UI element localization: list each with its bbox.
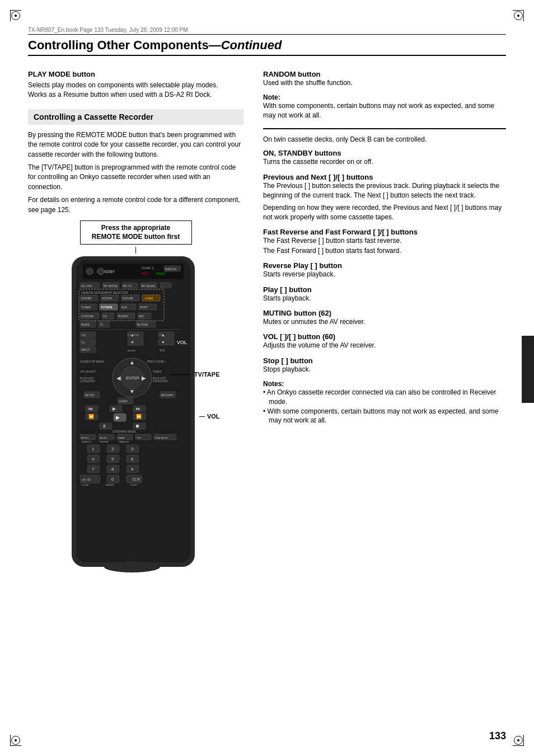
random-title: RANDOM button bbox=[263, 70, 506, 78]
target-circle-tl bbox=[11, 11, 20, 20]
cassette-title: Controlling a Cassette Recorder bbox=[34, 112, 238, 121]
svg-text:2: 2 bbox=[111, 447, 114, 452]
header-rule bbox=[28, 34, 506, 35]
svg-text:▼: ▼ bbox=[129, 388, 135, 395]
stop-body: Stops playback. bbox=[263, 365, 506, 374]
cassette-section-heading: Controlling a Cassette Recorder bbox=[28, 109, 243, 125]
svg-text:▲: ▲ bbox=[129, 359, 135, 365]
cassette-body2: The [TV/TAPE] button is preprogrammed wi… bbox=[28, 163, 243, 192]
stop-title: Stop [ ] button bbox=[263, 356, 506, 365]
svg-text:0: 0 bbox=[111, 477, 114, 482]
svg-text:VIDEO: VIDEO bbox=[153, 370, 162, 373]
svg-text:⏮: ⏮ bbox=[88, 406, 93, 411]
svg-text:MODE: MODE bbox=[81, 323, 90, 326]
on-standby-body: Turns the cassette recorder on or off. bbox=[263, 157, 506, 167]
svg-text:RED: RED bbox=[142, 272, 148, 275]
title-italic: Continued bbox=[221, 38, 282, 52]
content-area: PLAY MODE button Selects play modes on c… bbox=[28, 70, 506, 722]
right-column: RANDOM button Used with the shuffle func… bbox=[263, 70, 506, 431]
prev-next-section: Previous and Next [ ]/[ ] buttons The Pr… bbox=[263, 173, 506, 223]
prev-next-title: Previous and Next [ ]/[ ] buttons bbox=[263, 173, 506, 181]
svg-text:-10  +10: -10 +10 bbox=[81, 478, 91, 481]
svg-text:MUTING: MUTING bbox=[137, 323, 148, 326]
svg-text:9: 9 bbox=[131, 467, 134, 472]
svg-text:CLR: CLR bbox=[132, 477, 140, 481]
svg-text:SETUP: SETUP bbox=[85, 393, 95, 397]
svg-text:LISTENING MODE: LISTENING MODE bbox=[112, 430, 136, 433]
svg-text:8: 8 bbox=[111, 467, 114, 472]
section-divider bbox=[263, 128, 506, 129]
reverse-play-body: Starts reverse playback. bbox=[263, 270, 506, 279]
random-body: Used with the shuffle function. bbox=[263, 78, 506, 88]
svg-text:CD/USB: CD/USB bbox=[123, 297, 134, 300]
play-section: Play [ ] button Starts playback. bbox=[263, 285, 506, 303]
svg-text:4: 4 bbox=[92, 457, 95, 462]
svg-text:PORT: PORT bbox=[140, 306, 148, 309]
muting-section: MUTING button (62) Mutes or unmutes the … bbox=[263, 309, 506, 327]
target-circle-bl bbox=[11, 736, 20, 745]
svg-text:TV: TV bbox=[81, 341, 85, 344]
svg-text:PREV.CH/NE...: PREV.CH/NE... bbox=[147, 360, 166, 363]
muting-title: MUTING button (62) bbox=[263, 309, 506, 317]
vol-label: VOL bbox=[207, 413, 220, 420]
on-standby-section: ON, STANDBY buttons Turns the cassette r… bbox=[263, 149, 506, 167]
note-top-title: Note: bbox=[263, 93, 506, 101]
svg-text:VCR/VA: VCR/VA bbox=[102, 297, 113, 300]
svg-text:3: 3 bbox=[131, 447, 134, 452]
note-bottom-1: • An Onkyo cassette recorder connected v… bbox=[263, 388, 506, 407]
svg-text:GREEN: GREEN bbox=[156, 272, 166, 275]
svg-text:RANDOM: RANDOM bbox=[119, 440, 129, 443]
fast-rev-fwd-section: Fast Reverse and Fast Forward [ ]/[ ] bu… bbox=[263, 228, 506, 256]
svg-text:MUSIC: MUSIC bbox=[100, 436, 107, 439]
svg-text:UP LAYOUT: UP LAYOUT bbox=[80, 370, 96, 373]
svg-text:TV/TAPE: TV/TAPE bbox=[101, 306, 113, 309]
vol-section: VOL [ ]/[ ] button (60) Adjusts the volu… bbox=[263, 332, 506, 350]
play-mode-title: PLAY MODE button bbox=[28, 70, 243, 78]
svg-text:▼: ▼ bbox=[130, 340, 134, 344]
fast-fwd-body: The Fast Forward [ ] button starts fast … bbox=[263, 246, 506, 256]
svg-text:5: 5 bbox=[111, 457, 114, 462]
svg-text:GUIDE/TOP MENU: GUIDE/TOP MENU bbox=[80, 360, 105, 363]
svg-text:⏹: ⏹ bbox=[135, 424, 140, 429]
on-standby-title: ON, STANDBY buttons bbox=[263, 149, 506, 157]
svg-text:AUX: AUX bbox=[121, 306, 128, 309]
note-top-body: With some components, certain buttons ma… bbox=[263, 101, 506, 120]
callout-text: Press the appropriate REMOTE MODE button… bbox=[92, 224, 180, 241]
reverse-play-section: Reverse Play [ ] button Starts reverse p… bbox=[263, 261, 506, 279]
play-title: Play [ ] button bbox=[263, 285, 506, 294]
svg-text:TV: TV bbox=[100, 323, 104, 326]
target-circle-tr bbox=[514, 11, 523, 20]
svg-text:THX: THX bbox=[137, 436, 141, 439]
play-mode-section: PLAY MODE button Selects play modes on c… bbox=[28, 70, 243, 100]
muting-body: Mutes or unmutes the AV receiver. bbox=[263, 317, 506, 327]
title-normal: Controlling Other Components bbox=[28, 38, 209, 52]
svg-text:TUNER: TUNER bbox=[81, 306, 91, 309]
svg-rect-98 bbox=[110, 406, 122, 412]
stop-section: Stop [ ] button Stops playback. bbox=[263, 356, 506, 374]
note-bottom-2: • With some components, certain buttons … bbox=[263, 407, 506, 426]
svg-text:D.TUN: D.TUN bbox=[82, 483, 88, 486]
svg-text:AUDIO: AUDIO bbox=[119, 400, 128, 403]
page-tab bbox=[522, 336, 534, 403]
page-header: TX-NR807_En.book Page 133 Tuesday, July … bbox=[28, 27, 506, 36]
prev-next-body2: Depending on how they were recorded, the… bbox=[263, 203, 506, 223]
svg-text:GAME: GAME bbox=[145, 297, 153, 300]
svg-text:VOL: VOL bbox=[177, 340, 188, 345]
svg-text:ENTER: ENTER bbox=[126, 376, 139, 380]
fast-rev-body: The Fast Reverse [ ] button starts fast … bbox=[263, 236, 506, 246]
svg-text:PHONO: PHONO bbox=[118, 314, 128, 318]
svg-text:⏭: ⏭ bbox=[136, 406, 140, 411]
svg-text:REPEAT: REPEAT bbox=[100, 440, 109, 443]
intro-text: On twin cassette decks, only Deck B can … bbox=[263, 135, 506, 144]
svg-text:SEARCH: SEARCH bbox=[82, 440, 91, 443]
svg-text:MY MOVIE: MY MOVIE bbox=[104, 284, 118, 288]
tvtape-label: TV/TAPE bbox=[194, 371, 220, 378]
svg-text:MODE/...: MODE/... bbox=[81, 436, 90, 439]
svg-text:⏸: ⏸ bbox=[102, 424, 106, 429]
svg-text:⏪: ⏪ bbox=[88, 414, 94, 419]
svg-text:VOL: VOL bbox=[160, 334, 165, 336]
vol-body: Adjusts the volume of the AV receiver. bbox=[263, 341, 506, 350]
svg-text:INPUT: INPUT bbox=[81, 348, 90, 351]
svg-text:1: 1 bbox=[92, 447, 95, 452]
svg-text:SLEEP: SLEEP bbox=[130, 483, 138, 486]
